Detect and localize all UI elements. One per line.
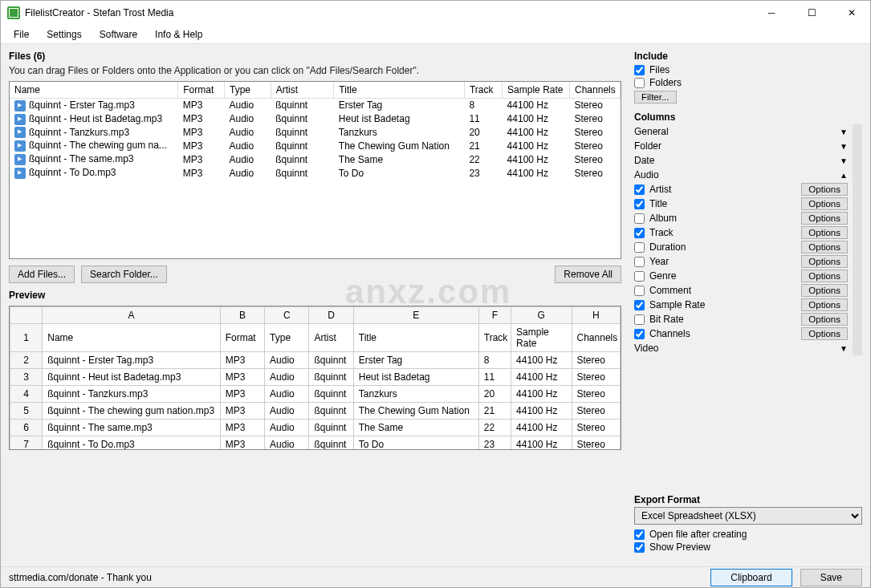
preview-row[interactable]: 6ßquinnt - The same.mp3MP3AudioßquinntTh… (10, 420, 621, 436)
options-album-button[interactable]: Options (801, 212, 848, 225)
options-bit-rate-button[interactable]: Options (801, 313, 848, 326)
audio-file-icon (14, 114, 26, 125)
file-row[interactable]: ßquinnt - Heut ist Badetag.mp3MP3Audioßq… (10, 112, 621, 126)
close-button[interactable]: ✕ (840, 5, 864, 21)
columns-general[interactable]: General▼ (634, 124, 848, 139)
column-artist-checkbox[interactable] (634, 185, 645, 195)
include-files-label: Files (649, 64, 670, 75)
options-artist-button[interactable]: Options (801, 183, 848, 196)
col-artist[interactable]: Artist (271, 82, 334, 99)
preview-col: F (478, 307, 511, 324)
chevron-down-icon: ▼ (840, 128, 848, 136)
columns-audio[interactable]: Audio▲ (634, 168, 848, 182)
audio-file-icon (14, 127, 26, 138)
options-title-button[interactable]: Options (801, 197, 848, 210)
column-bit-rate-checkbox[interactable] (634, 314, 645, 325)
col-name[interactable]: Name (10, 82, 178, 99)
menu-settings[interactable]: Settings (39, 26, 89, 43)
column-year-checkbox[interactable] (634, 257, 645, 267)
file-row[interactable]: ßquinnt - The chewing gum na...MP3Audioß… (10, 139, 621, 152)
options-genre-button[interactable]: Options (801, 270, 848, 282)
options-year-button[interactable]: Options (801, 255, 848, 268)
col-samplerate[interactable]: Sample Rate (503, 82, 570, 99)
column-duration-checkbox[interactable] (634, 242, 645, 253)
preview-col: C (265, 307, 309, 324)
column-genre-checkbox[interactable] (634, 271, 645, 282)
files-table[interactable]: Name Format Type Artist Title Track Samp… (9, 81, 621, 259)
options-sample-rate-button[interactable]: Options (801, 298, 848, 311)
menu-software[interactable]: Software (92, 26, 145, 43)
file-row[interactable]: ßquinnt - Erster Tag.mp3MP3AudioßquinntE… (10, 99, 621, 112)
save-button[interactable]: Save (800, 569, 862, 586)
titlebar: FilelistCreator - Stefan Trost Media ─ ☐… (1, 1, 870, 25)
preview-col: D (309, 307, 353, 324)
filter-button[interactable]: Filter... (634, 91, 677, 103)
column-sample-rate-checkbox[interactable] (634, 300, 645, 310)
minimize-button[interactable]: ─ (759, 5, 783, 21)
remove-all-button[interactable]: Remove All (555, 266, 621, 283)
options-comment-button[interactable]: Options (801, 284, 848, 297)
show-preview-label: Show Preview (649, 541, 710, 553)
audio-file-icon (14, 168, 26, 179)
options-track-button[interactable]: Options (801, 226, 848, 239)
preview-heading: Preview (9, 290, 621, 301)
columns-date[interactable]: Date▼ (634, 153, 848, 168)
col-format[interactable]: Format (178, 82, 225, 99)
files-hint: You can drag Files or Folders onto the A… (9, 65, 621, 76)
preview-col: A (43, 307, 220, 324)
audio-file-icon (14, 140, 26, 152)
export-heading: Export Format (634, 494, 862, 505)
col-track[interactable]: Track (464, 82, 502, 99)
col-type[interactable]: Type (224, 82, 271, 99)
col-channels[interactable]: Channels (570, 82, 621, 99)
chevron-down-icon: ▼ (840, 142, 848, 151)
columns-heading: Columns (634, 112, 862, 123)
menu-help[interactable]: Info & Help (147, 26, 210, 43)
column-comment-checkbox[interactable] (634, 286, 645, 296)
options-duration-button[interactable]: Options (801, 241, 848, 253)
include-folders-checkbox[interactable] (634, 78, 645, 88)
preview-table[interactable]: ABCDEFGH 1NameFormatTypeArtistTitleTrack… (9, 306, 621, 450)
preview-row[interactable]: 7ßquinnt - To Do.mp3MP3AudioßquinntTo Do… (10, 436, 621, 451)
preview-col: G (511, 307, 572, 324)
menu-file[interactable]: File (6, 26, 37, 43)
show-preview-checkbox[interactable] (634, 542, 645, 553)
export-format-select[interactable]: Excel Spreadsheet (XLSX) (634, 507, 862, 525)
include-files-checkbox[interactable] (634, 65, 645, 75)
column-album-checkbox[interactable] (634, 213, 645, 224)
maximize-button[interactable]: ☐ (800, 5, 824, 21)
include-folders-label: Folders (649, 77, 682, 88)
window-title: FilelistCreator - Stefan Trost Media (25, 7, 759, 18)
chevron-up-icon: ▲ (840, 171, 848, 180)
preview-row[interactable]: 4ßquinnt - Tanzkurs.mp3MP3AudioßquinntTa… (10, 386, 621, 403)
chevron-down-icon: ▼ (840, 344, 848, 353)
open-after-checkbox[interactable] (634, 529, 645, 540)
file-row[interactable]: ßquinnt - Tanzkurs.mp3MP3AudioßquinntTan… (10, 126, 621, 140)
files-heading: Files (6) (9, 51, 621, 62)
clipboard-button[interactable]: Clipboard (710, 569, 792, 586)
statusbar: sttmedia.com/donate - Thank you Clipboar… (1, 566, 870, 587)
chevron-down-icon: ▼ (840, 156, 848, 165)
include-heading: Include (634, 51, 862, 62)
preview-row[interactable]: 3ßquinnt - Heut ist Badetag.mp3MP3Audioß… (10, 369, 621, 386)
app-icon (7, 6, 20, 19)
preview-row[interactable]: 2ßquinnt - Erster Tag.mp3MP3Audioßquinnt… (10, 352, 621, 369)
file-row[interactable]: ßquinnt - To Do.mp3MP3AudioßquinntTo Do2… (10, 166, 621, 180)
add-files-button[interactable]: Add Files... (9, 266, 75, 283)
columns-video[interactable]: Video▼ (634, 341, 848, 355)
status-text: sttmedia.com/donate - Thank you (9, 572, 152, 583)
column-channels-checkbox[interactable] (634, 329, 645, 339)
column-title-checkbox[interactable] (634, 199, 645, 209)
column-track-checkbox[interactable] (634, 228, 645, 238)
preview-row[interactable]: 5ßquinnt - The chewing gum nation.mp3MP3… (10, 403, 621, 420)
preview-col: H (572, 307, 620, 324)
search-folder-button[interactable]: Search Folder... (81, 266, 167, 283)
columns-folder[interactable]: Folder▼ (634, 139, 848, 153)
preview-col: B (220, 307, 264, 324)
col-title[interactable]: Title (334, 82, 465, 99)
file-row[interactable]: ßquinnt - The same.mp3MP3AudioßquinntThe… (10, 152, 621, 166)
columns-scrollbar[interactable] (853, 132, 862, 229)
audio-file-icon (14, 100, 26, 112)
menubar: File Settings Software Info & Help (1, 25, 870, 44)
options-channels-button[interactable]: Options (801, 327, 848, 340)
